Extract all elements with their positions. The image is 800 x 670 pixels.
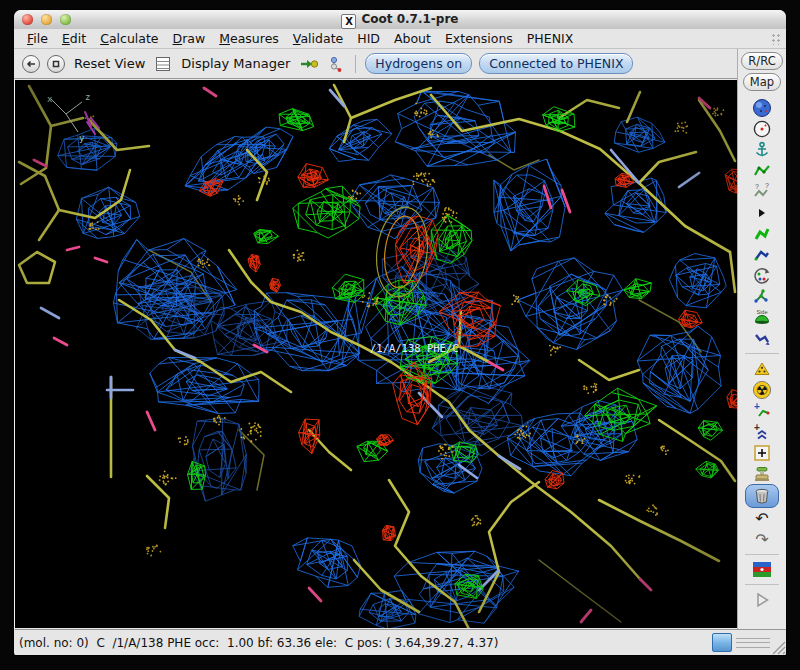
chi-angles-button[interactable]: [747, 223, 777, 244]
side-chain-180-button[interactable]: Side: [747, 307, 777, 328]
scrollbar-track[interactable]: [736, 638, 770, 648]
record-stop-button[interactable]: [47, 55, 65, 73]
refine-zone-button[interactable]: [747, 160, 777, 181]
edit-chi-button[interactable]: [747, 328, 777, 349]
svg-text:?: ?: [765, 182, 769, 189]
svg-text:?: ?: [755, 183, 759, 190]
resize-grip[interactable]: [768, 637, 786, 655]
clock-icon: [752, 119, 772, 139]
svg-text:☢: ☢: [756, 382, 769, 398]
viewport-3d[interactable]: xyz/1/A/138 PHE/C: [15, 80, 737, 628]
delete-item-button[interactable]: [745, 484, 779, 508]
display-manager-icon: [154, 55, 172, 73]
toolbar-separator: [745, 554, 779, 555]
add-terminal-residue-icon: +: [752, 401, 772, 421]
menu-hid[interactable]: HID: [350, 31, 387, 46]
titlebar[interactable]: XCoot 0.7.1-pre: [14, 10, 786, 30]
bottom-right-corner: [710, 629, 786, 655]
menu-extensions[interactable]: Extensions: [438, 31, 520, 46]
run-script-icon: [752, 590, 772, 610]
rotate-translate-button[interactable]: [747, 265, 777, 286]
display-manager-button[interactable]: Display Manager: [179, 56, 292, 71]
desktop-background: { "window":{"title":"Coot 0.7.1-pre","ti…: [0, 0, 800, 670]
run-script-button[interactable]: [747, 589, 777, 610]
undo-button[interactable]: ↶: [747, 508, 777, 529]
status-text: (mol. no: 0) C /1/A/138 PHE occ: 1.00 bf…: [19, 636, 498, 650]
window-title: Coot 0.7.1-pre: [361, 12, 458, 26]
menubar: FileEditCalculateDrawMeasuresValidateHID…: [14, 29, 786, 49]
molecule-icon[interactable]: [326, 54, 346, 74]
place-atom-icon: [752, 443, 772, 463]
edit-chi-icon: [752, 329, 772, 349]
x11-icon: X: [341, 14, 356, 29]
anchor-icon: [752, 140, 772, 160]
add-alt-conf-icon: +: [752, 422, 772, 442]
menu-draw[interactable]: Draw: [166, 31, 213, 46]
add-terminal-residue-button[interactable]: +: [747, 400, 777, 421]
rotamers-button[interactable]: ??: [747, 181, 777, 202]
menu-edit[interactable]: Edit: [55, 31, 93, 46]
menu-file[interactable]: File: [20, 31, 55, 46]
window-title-area: XCoot 0.7.1-pre: [14, 10, 786, 29]
mutate-icon: [752, 359, 772, 379]
svg-text:+: +: [754, 422, 760, 433]
recentre-sphere-button[interactable]: [747, 97, 777, 118]
mutate-autofit-button[interactable]: ☢: [747, 379, 777, 400]
menu-phenix[interactable]: PHENIX: [520, 31, 580, 46]
menu-measures[interactable]: Measures: [212, 31, 286, 46]
menu-calculate[interactable]: Calculate: [93, 31, 165, 46]
toolbar-separator: [745, 353, 779, 354]
coot-window: XCoot 0.7.1-pre FileEditCalculateDrawMea…: [14, 10, 786, 655]
right-panel: R/RC Map ??Side☢++↶↷: [737, 49, 786, 655]
expand-button[interactable]: [747, 202, 777, 223]
statusbar: (mol. no: 0) C /1/A/138 PHE occ: 1.00 bf…: [15, 629, 710, 655]
simple-mutate-icon: [752, 464, 772, 484]
redo-button[interactable]: ↷: [747, 529, 777, 550]
add-alt-conf-button[interactable]: +: [747, 421, 777, 442]
simple-mutate-button[interactable]: [747, 463, 777, 484]
edit-backbone-button[interactable]: [747, 286, 777, 307]
flag-icon: [752, 562, 772, 577]
flip-peptide-button[interactable]: [747, 244, 777, 265]
chi-angles-icon: [752, 224, 772, 244]
delete-item-icon: [752, 486, 772, 506]
toolbar-separator: [355, 55, 356, 73]
flip-peptide-icon: [752, 245, 772, 265]
edit-backbone-icon: [752, 287, 772, 307]
side-chain-180-icon: Side: [752, 308, 772, 328]
back-arrow-icon: [24, 57, 38, 71]
map-button[interactable]: Map: [743, 73, 781, 91]
anchor-button[interactable]: [747, 139, 777, 160]
recentre-sphere-icon: [752, 98, 772, 118]
svg-text:Side: Side: [756, 309, 767, 315]
hscrollbar-thumb[interactable]: [712, 633, 732, 652]
undo-icon: ↶: [755, 511, 768, 527]
svg-text:+: +: [754, 401, 760, 412]
back-button[interactable]: [22, 55, 40, 73]
rotamers-icon: ??: [752, 182, 772, 202]
rrc-button[interactable]: R/RC: [741, 52, 782, 70]
stop-square-icon: [49, 57, 63, 71]
hydrogens-toggle-button[interactable]: Hydrogens on: [365, 53, 472, 74]
rotate-translate-icon: [752, 266, 772, 286]
model-toolbar: ??Side☢++↶↷: [738, 97, 786, 610]
menubar-grip[interactable]: [771, 33, 781, 45]
menu-about[interactable]: About: [387, 31, 438, 46]
clock-button[interactable]: [747, 118, 777, 139]
mutate-button[interactable]: [747, 358, 777, 379]
flag-button[interactable]: [747, 559, 777, 580]
toolbar: Reset View Display Manager Hydrogens on …: [14, 49, 737, 79]
menu-validate[interactable]: Validate: [286, 31, 350, 46]
redo-icon: ↷: [755, 532, 768, 548]
refine-zone-icon: [752, 161, 772, 181]
expand-icon: [752, 203, 772, 223]
phenix-connection-button[interactable]: Connected to PHENIX: [479, 53, 633, 74]
reset-view-button[interactable]: Reset View: [72, 56, 147, 71]
mutate-autofit-icon: ☢: [752, 380, 772, 400]
toolbar-separator: [745, 584, 779, 585]
place-atom-button[interactable]: [747, 442, 777, 463]
go-to-atom-icon[interactable]: [299, 54, 319, 74]
